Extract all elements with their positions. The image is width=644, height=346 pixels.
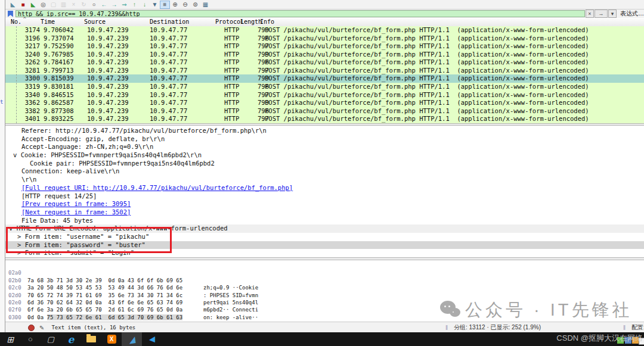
taskbar-icon-glyph xyxy=(86,336,96,342)
packet-row[interactable]: 3196 9.737074 10.9.47.239 10.9.47.77 HTT… xyxy=(5,35,644,43)
packet-row[interactable]: 3262 9.784167 10.9.47.239 10.9.47.77 HTT… xyxy=(5,58,644,67)
find-packet-button[interactable]: ○ xyxy=(89,1,99,9)
packet-row[interactable]: 3382 9.877308 10.9.47.239 10.9.47.77 HTT… xyxy=(5,107,644,116)
zoom-out-button[interactable]: ⊖ xyxy=(180,1,190,9)
tray-icon[interactable] xyxy=(625,337,631,344)
column-destination[interactable]: Destination xyxy=(150,18,189,25)
vscode-icon[interactable]: ◀ xyxy=(142,332,162,346)
detail-line[interactable]: v HTML Form URL Encoded: application/x-w… xyxy=(5,225,644,233)
zoom-100-button[interactable]: ⊜ xyxy=(190,1,200,9)
hex-row[interactable]: 02d0 6d 36 70 62 64 32 0d 0a 43 6f 6e 6e… xyxy=(5,284,644,291)
taskbar-icon-glyph: e xyxy=(68,333,75,345)
task-view-button[interactable]: ▢ xyxy=(41,332,61,346)
detail-line[interactable]: [HTTP request 14/25] xyxy=(5,192,644,201)
column-no[interactable]: No. xyxy=(11,18,21,25)
tray-icon[interactable] xyxy=(632,337,639,344)
file-explorer-icon[interactable] xyxy=(81,332,101,346)
column-time[interactable]: Time xyxy=(41,18,55,25)
expert-info-icon[interactable] xyxy=(28,325,35,331)
xampp-icon[interactable]: X xyxy=(101,332,122,346)
go-last-packet-button[interactable]: ↓ xyxy=(140,1,150,9)
column-protocol[interactable]: Protocol xyxy=(215,18,244,25)
search-button[interactable]: ○ xyxy=(20,332,41,346)
detail-line[interactable]: [Prev request in frame: 3095] xyxy=(5,200,644,208)
packet-destination: 10.9.47.77 xyxy=(150,35,187,43)
detail-line[interactable]: > Form item: "username" = "pikachu" xyxy=(5,233,644,241)
toolbar-button-glyph: ■ xyxy=(21,2,24,8)
profile-text[interactable]: 配置: xyxy=(631,323,644,332)
wireshark-icon[interactable]: ◢ xyxy=(122,332,142,346)
packet-row[interactable]: 3281 9.799713 10.9.47.239 10.9.47.77 HTT… xyxy=(5,67,644,75)
detail-line[interactable]: \r\n xyxy=(5,176,644,184)
go-first-packet-button[interactable]: ↑ xyxy=(129,1,140,9)
packet-row[interactable]: 3401 9.893225 10.9.47.239 10.9.47.77 HTT… xyxy=(5,115,644,123)
detail-line[interactable]: > Form item: "submit" = "Login" xyxy=(5,249,644,257)
packet-row[interactable]: 3217 9.752590 10.9.47.239 10.9.47.77 HTT… xyxy=(5,42,644,51)
hex-row[interactable]: 02a0 7a 68 3b 71 3d 30 2e 39 0d 0a 43 6f… xyxy=(5,262,644,269)
colorize-button[interactable]: ≡ xyxy=(160,1,170,9)
edge-icon[interactable]: e xyxy=(61,332,81,346)
go-back-button[interactable]: ← xyxy=(99,1,109,9)
packet-time: 9.706042 xyxy=(44,26,74,35)
detail-line[interactable]: Accept-Language: zh-CN,zh;q=0.9\r\n xyxy=(5,143,644,151)
stop-capture-button[interactable]: ■ xyxy=(18,1,28,9)
resize-columns-button[interactable]: ▦ xyxy=(200,1,210,9)
column-length[interactable]: Length xyxy=(240,18,262,25)
packet-info: POST /pikachu/vul/burteforce/bf_form.php… xyxy=(265,107,589,116)
hex-row[interactable]: 02e0 6f 6e 3a 20 6b 65 65 70 2d 61 6c 69… xyxy=(5,292,644,299)
detail-line[interactable]: Cookie pair: PHPSESSID=fvmnpert9qai5ns40… xyxy=(5,160,644,168)
hex-row[interactable]: 02f0 0d 0a 75 73 65 72 6e 61 6d 65 3d 70… xyxy=(5,299,644,306)
packet-destination: 10.9.47.77 xyxy=(150,67,187,75)
filter-clear-button[interactable]: × xyxy=(586,10,594,18)
open-file-button[interactable]: ▢ xyxy=(48,1,58,9)
packet-row[interactable]: 3362 9.862587 10.9.47.239 10.9.47.77 HTT… xyxy=(5,99,644,107)
selection-status-text: Text item (text), 16 bytes xyxy=(51,325,135,331)
packet-no: 3300 xyxy=(9,74,40,83)
capture-options-button[interactable]: ◎ xyxy=(38,1,48,9)
packet-time: 9.893225 xyxy=(44,115,74,123)
start-button[interactable]: ⊞ xyxy=(0,332,20,346)
start-capture-button[interactable]: ◣ xyxy=(8,1,18,9)
filter-bookmark-icon[interactable] xyxy=(8,11,13,17)
detail-line[interactable]: File Data: 45 bytes xyxy=(5,217,644,225)
hex-row[interactable]: 02b0 3a 20 50 48 50 53 45 53 53 49 44 3d… xyxy=(5,269,644,276)
detail-line[interactable]: Connection: keep-alive\r\n xyxy=(5,167,644,176)
close-file-button[interactable]: × xyxy=(69,1,79,9)
detail-line[interactable]: [Full request URI: http://10.9.47.77/pik… xyxy=(5,184,644,192)
detail-line[interactable]: Accept-Encoding: gzip, deflate, br\r\n xyxy=(5,135,644,144)
hex-row[interactable]: 0310 65 72 26 73 75 62 6d 69 74 3d 4c 6f… xyxy=(5,314,644,321)
packet-no: 3382 xyxy=(9,107,40,116)
detail-line[interactable]: > Form item: "password" = "buster" xyxy=(5,241,644,250)
hex-row[interactable]: 0300 68 75 26 70 61 73 73 77 6f 72 64 3d… xyxy=(5,306,644,313)
taskbar-icon-glyph: ▢ xyxy=(47,335,54,344)
filter-dropdown-button[interactable]: ▾ xyxy=(608,10,617,18)
zoom-in-button[interactable]: ⊕ xyxy=(170,1,180,9)
auto-scroll-button[interactable]: ▼ xyxy=(150,1,160,9)
packet-row[interactable]: 3300 9.815039 10.9.47.239 10.9.47.77 HTT… xyxy=(5,74,644,83)
packet-row[interactable]: 3319 9.830181 10.9.47.239 10.9.47.77 HTT… xyxy=(5,83,644,91)
save-file-button[interactable]: ▥ xyxy=(58,1,69,9)
packet-info: POST /pikachu/vul/burteforce/bf_form.php… xyxy=(265,35,589,43)
detail-line[interactable]: Referer: http://10.9.47.77/pikachu/vul/b… xyxy=(5,127,644,135)
packet-row[interactable]: 3174 9.706042 10.9.47.239 10.9.47.77 HTT… xyxy=(5,26,644,35)
filter-apply-button[interactable]: → xyxy=(595,10,608,18)
go-forward-button[interactable]: → xyxy=(109,1,119,9)
reload-file-button[interactable]: ↻ xyxy=(79,1,89,9)
tray-icon[interactable] xyxy=(617,337,624,344)
hex-row[interactable]: 02c0 70 65 72 74 39 71 61 69 35 6e 73 34… xyxy=(5,277,644,284)
expression-button[interactable]: 表达式… xyxy=(620,10,644,18)
column-source[interactable]: Source xyxy=(84,18,106,25)
packet-destination: 10.9.47.77 xyxy=(150,74,187,83)
packet-tree-dashed-line xyxy=(16,26,17,123)
restart-capture-button[interactable]: ◣ xyxy=(28,1,38,9)
detail-line[interactable]: [Next request in frame: 3502] xyxy=(5,208,644,217)
display-filter-input[interactable]: http && ip.src== 10.9.47.239&&http xyxy=(16,10,585,17)
tray-notification-icon[interactable] xyxy=(639,338,644,345)
column-info[interactable]: Info xyxy=(260,18,274,25)
packet-row[interactable]: 3340 9.846515 10.9.47.239 10.9.47.77 HTT… xyxy=(5,91,644,99)
go-to-packet-button[interactable]: ⇒ xyxy=(119,1,129,9)
toolbar-button-glyph: ↓ xyxy=(143,2,146,8)
detail-line[interactable]: v Cookie: PHPSESSID=fvmnpert9qai5ns40q4l… xyxy=(5,151,644,160)
capture-comment-icon[interactable]: ✎ xyxy=(39,325,44,331)
packet-row[interactable]: 3240 9.767985 10.9.47.239 10.9.47.77 HTT… xyxy=(5,51,644,59)
